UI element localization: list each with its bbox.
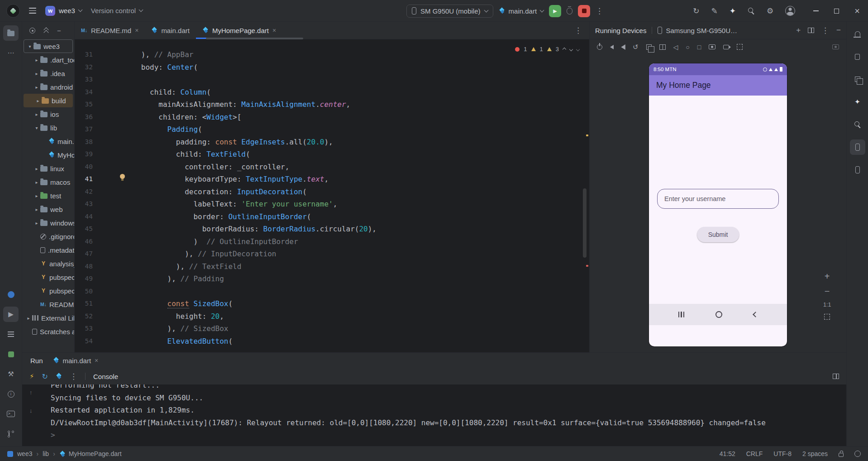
stop-button[interactable] [578,5,590,17]
run-options-icon[interactable]: ⋮ [70,372,77,381]
encoding-indicator[interactable]: UTF-8 [773,450,792,457]
tree-item[interactable]: M↓README.md [22,298,74,311]
breadcrumb-folder[interactable]: lib [43,450,49,457]
line-ending-indicator[interactable]: CRLF [746,450,763,457]
screenshot-icon[interactable] [709,44,715,49]
console-tab-label[interactable]: Console [93,373,118,380]
readonly-lock-icon[interactable] [839,453,844,457]
breadcrumb[interactable]: wee3 › lib › MyHomePage.dart [7,450,122,457]
problems-button[interactable]: i [3,386,19,402]
indent-indicator[interactable]: 2 spaces [802,450,828,457]
zoom-to-fit-icon[interactable] [824,314,830,320]
zoom-reset-button[interactable]: 1:1 [823,302,831,308]
warning-stripe-mark[interactable] [586,134,588,136]
version-control-widget[interactable]: Version control [91,7,143,14]
run-button[interactable]: ▶ [549,5,561,17]
device-screen[interactable]: 8:50 MTN My Home Page Enter your usernam… [649,63,787,346]
gemini-icon[interactable]: ✦ [730,6,736,16]
tree-item[interactable]: ▸web [22,202,74,216]
tree-item[interactable]: ▾wee3 [24,39,73,53]
close-icon[interactable]: × [272,27,276,34]
tab-scrollbar[interactable] [206,38,303,39]
layout-inspector-button[interactable] [850,72,865,87]
resource-manager-button[interactable] [3,346,19,362]
tree-item[interactable]: ▸macos [22,175,74,189]
scroll-down-icon[interactable]: ↓ [29,404,33,417]
inspections-menu-icon[interactable] [576,47,580,51]
debug-icon[interactable] [567,8,572,14]
app-quality-insights-button[interactable] [850,117,865,132]
rotate-left-icon[interactable]: ↺ [633,43,639,51]
window-close-button[interactable]: × [854,6,860,15]
inspections-widget[interactable]: 1 1 3 [515,46,579,53]
frame-capture-icon[interactable] [737,44,743,50]
hide-panel-icon[interactable]: − [836,26,841,35]
tree-item[interactable]: ▸.dart_tool [22,53,74,67]
tree-item[interactable]: Ypubspec.lock [22,270,74,284]
zoom-out-button[interactable]: − [825,287,830,296]
fold-device-icon[interactable] [646,44,652,50]
snapshot-icon[interactable] [832,44,839,49]
power-icon[interactable] [597,44,602,50]
project-tool-button[interactable] [3,25,19,41]
device-manager-button[interactable] [850,162,865,178]
select-opened-file-icon[interactable] [29,28,35,34]
hamburger-menu-icon[interactable] [29,8,36,13]
gradle-sync-icon[interactable]: ↻ [693,6,699,16]
next-problem-icon[interactable] [569,47,573,51]
hide-panel-icon[interactable]: − [57,27,61,34]
split-view-icon[interactable] [808,28,814,33]
tree-item[interactable]: ▸build [24,94,73,107]
tree-item[interactable]: Yanalysis_options.yaml [22,257,74,270]
device-selector[interactable]: SM G950U (mobile) [406,5,493,18]
tree-item[interactable]: ▸.idea [22,67,74,80]
recents-nav-icon[interactable] [678,312,685,317]
panel-options-icon[interactable]: ⋮ [821,26,829,35]
tree-item[interactable]: MyHomePage.dart [22,148,74,162]
flutter-tools-icon[interactable] [56,373,62,379]
run-tool-button[interactable]: ▶ [3,307,19,322]
tree-item[interactable]: .metadata [22,243,74,257]
tree-item[interactable]: ▸External Libraries [22,311,74,325]
tree-item[interactable]: ▸windows [22,216,74,230]
android-back-icon[interactable]: ◁ [673,43,678,51]
android-overview-icon[interactable]: □ [697,43,701,51]
console-output[interactable]: ↑ ↓ Performing hot restart...Syncing fil… [22,384,846,447]
tree-item[interactable]: ▸test [22,189,74,202]
scroll-up-icon[interactable]: ↑ [29,386,33,399]
username-textfield[interactable]: Enter your username [657,189,779,209]
tree-item[interactable]: ▾lib [22,121,74,134]
tree-item[interactable]: .gitignore [22,230,74,243]
caret-position[interactable]: 41:52 [720,450,735,457]
intention-bulb-icon[interactable] [120,174,125,181]
tree-item[interactable]: ▸android [22,80,74,94]
tab-options-icon[interactable]: ⋮ [574,22,589,39]
previous-problem-icon[interactable] [563,47,566,51]
volume-up-icon[interactable] [621,44,625,50]
tree-item[interactable]: ▸linux [22,162,74,175]
volume-down-icon[interactable] [610,45,614,49]
close-icon[interactable]: × [95,357,98,364]
logcat-button[interactable] [3,327,19,342]
android-studio-logo[interactable] [6,4,20,18]
zoom-in-button[interactable]: + [825,272,830,281]
breadcrumb-file[interactable]: MyHomePage.dart [69,450,122,457]
sdk-manager-icon[interactable]: ✎ [711,6,718,16]
settings-gear-icon[interactable]: ⚙ [767,6,773,16]
search-icon[interactable] [748,7,755,14]
display-mode-icon[interactable] [659,44,666,50]
tree-item[interactable]: ▸ios [22,107,74,121]
more-run-actions-icon[interactable]: ⋮ [596,6,603,16]
profile-avatar[interactable] [785,6,795,16]
screen-record-icon[interactable] [723,45,729,49]
editor-tab[interactable]: MyHomePage.dart× [196,22,282,39]
window-minimize-button[interactable] [813,10,819,11]
window-maximize-button[interactable] [834,9,839,14]
hot-restart-icon[interactable]: ↻ [42,372,48,381]
running-devices-button[interactable] [850,139,865,155]
tree-item[interactable]: Scratches and Consoles [22,325,74,338]
editor-tab[interactable]: M↓README.md× [75,22,145,39]
submit-button[interactable]: Submit [697,227,739,242]
breadcrumb-project[interactable]: wee3 [17,450,32,457]
background-tasks-icon[interactable] [854,451,861,457]
